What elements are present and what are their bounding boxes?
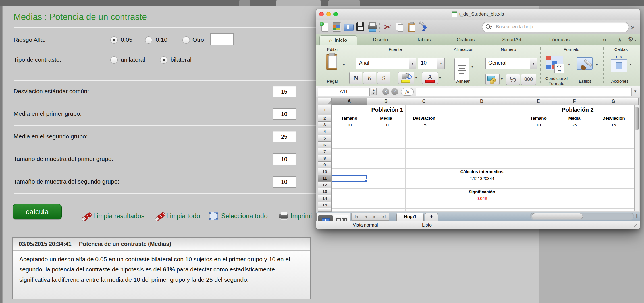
cell-A2[interactable]: Tamaño xyxy=(332,115,367,122)
row-header-12[interactable]: 12 xyxy=(318,182,332,188)
row-header-3[interactable]: 3 xyxy=(318,122,332,128)
col-header-B[interactable]: B xyxy=(367,98,405,105)
font-size-caret[interactable]: ▼ xyxy=(437,58,444,69)
cell-E3[interactable]: 10 xyxy=(521,122,556,128)
riesgo-radio-Otro[interactable] xyxy=(182,36,190,44)
name-box[interactable]: A11 xyxy=(318,88,370,96)
tipo-radio-bilateral[interactable] xyxy=(160,56,167,64)
gallery-icon[interactable] xyxy=(331,21,342,33)
col-header-A[interactable]: A xyxy=(332,98,367,105)
conditional-format-icon[interactable]: ≤≠⇒ xyxy=(546,56,566,74)
prev-sheet-icon[interactable]: ◀ xyxy=(365,215,367,219)
col-header-D[interactable]: D xyxy=(443,98,521,105)
action-link-0[interactable]: Limpia resultados xyxy=(93,212,144,220)
col-header-E[interactable]: E xyxy=(521,98,556,105)
print-icon[interactable] xyxy=(367,21,378,33)
vertical-scrollbar-thumb[interactable] xyxy=(635,107,639,130)
field-input-3[interactable] xyxy=(273,153,296,165)
font-name-caret[interactable]: ▼ xyxy=(409,58,416,69)
tab-gráficos[interactable]: Gráficos xyxy=(444,34,488,45)
accept-entry-icon[interactable]: ✓ xyxy=(391,88,398,95)
tab-smartart[interactable]: SmartArt xyxy=(488,34,536,45)
resize-grip[interactable] xyxy=(634,224,638,228)
ribbon-overflow-chevron[interactable]: » xyxy=(603,36,606,43)
cell-G2[interactable]: Desviación xyxy=(593,115,634,122)
row-header-15[interactable]: 15 xyxy=(318,202,332,209)
font-color-caret[interactable]: ▾ xyxy=(439,76,441,80)
cell-A1[interactable]: Población 1 xyxy=(332,105,443,115)
sheet-nav-arrows[interactable]: |◀ ◀ ▶ ▶| xyxy=(351,213,389,221)
col-header-G[interactable]: G xyxy=(593,98,634,105)
styles-icon[interactable] xyxy=(577,57,594,73)
bold-button[interactable]: N xyxy=(349,72,362,84)
tipo-radio-unilateral[interactable] xyxy=(110,56,118,64)
italic-button[interactable]: K xyxy=(363,72,376,84)
cell-E2[interactable]: Tamaño xyxy=(521,115,556,122)
sheet-tab-hoja1[interactable]: Hoja1 xyxy=(396,213,424,221)
percent-button[interactable]: % xyxy=(506,74,520,85)
search-input[interactable] xyxy=(495,23,622,31)
cell-D11[interactable]: 2,121320344 xyxy=(443,175,521,182)
ribbon-settings-gear-icon[interactable]: ⚙ ▾ xyxy=(628,36,636,43)
tab-tablas[interactable]: Tablas xyxy=(404,34,444,45)
row-header-10[interactable]: 10 xyxy=(318,168,332,175)
open-icon[interactable] xyxy=(343,21,354,33)
cell-E1[interactable]: Población 2 xyxy=(521,105,634,115)
last-sheet-icon[interactable]: ▶| xyxy=(383,215,386,219)
actions-icon[interactable]: ⟷ xyxy=(610,55,628,74)
action-link-1[interactable]: Limpia todo xyxy=(166,212,200,220)
cell-A3[interactable]: 10 xyxy=(332,122,367,128)
font-size-combo[interactable]: 10▼ xyxy=(418,58,445,69)
cut-icon[interactable]: ✂ xyxy=(382,21,393,33)
cancel-entry-icon[interactable]: ✕ xyxy=(382,88,389,95)
align-dropdown-caret[interactable]: ▾ xyxy=(471,65,473,69)
first-sheet-icon[interactable]: |◀ xyxy=(355,215,358,219)
cell-G3[interactable]: 15 xyxy=(593,122,634,128)
field-input-4[interactable] xyxy=(273,176,296,188)
otro-alfa-input[interactable] xyxy=(210,33,234,45)
next-sheet-icon[interactable]: ▶ xyxy=(374,215,376,219)
format-painter-icon[interactable] xyxy=(418,21,429,33)
conditional-format-caret[interactable]: ▾ xyxy=(568,62,570,66)
title-bar[interactable]: t_de_Student_bis.xls xyxy=(316,9,640,20)
grid-corner[interactable] xyxy=(318,98,332,105)
cell-C2[interactable]: Desviación xyxy=(405,115,443,122)
paste-icon[interactable] xyxy=(406,21,417,33)
action-link-3[interactable]: Imprimi xyxy=(290,212,312,220)
scrollbar-grip[interactable]: ‖ xyxy=(635,213,639,220)
tab-fórmulas[interactable]: Fórmulas xyxy=(536,34,583,45)
riesgo-radio-0.05[interactable] xyxy=(110,36,118,44)
action-link-2[interactable]: Selecciona todo xyxy=(221,212,268,220)
riesgo-radio-0.10[interactable] xyxy=(145,36,152,44)
row-header-1[interactable]: 1 xyxy=(318,105,332,115)
cell-B2[interactable]: Media xyxy=(367,115,405,122)
row-header-5[interactable]: 5 xyxy=(318,135,332,142)
field-input-2[interactable] xyxy=(273,131,296,142)
row-header-6[interactable]: 6 xyxy=(318,142,332,148)
number-format-caret[interactable]: ▼ xyxy=(530,58,537,69)
field-input-0[interactable] xyxy=(273,86,296,97)
align-button[interactable] xyxy=(454,58,469,81)
row-header-8[interactable]: 8 xyxy=(318,155,332,162)
cell-D13[interactable]: Significación xyxy=(443,188,521,195)
paste-button[interactable] xyxy=(324,54,341,78)
currency-button[interactable] xyxy=(485,74,500,85)
horizontal-scrollbar-thumb[interactable] xyxy=(532,213,583,219)
fill-color-button[interactable] xyxy=(398,72,414,84)
cell-C3[interactable]: 15 xyxy=(405,122,443,128)
search-dropdown-caret[interactable]: ▾ xyxy=(490,25,492,29)
spreadsheet-grid[interactable]: ABCDEFG=123456789101112131415Población 1… xyxy=(316,97,640,212)
fill-color-caret[interactable]: ▾ xyxy=(415,76,417,80)
toolbar-overflow-chevron[interactable]: » xyxy=(631,23,634,31)
cell-F3[interactable]: 25 xyxy=(556,122,593,128)
row-header-14[interactable]: 14 xyxy=(318,195,332,202)
row-header-2[interactable]: 2 xyxy=(318,115,332,122)
selection-fill-handle[interactable] xyxy=(365,179,367,182)
actions-caret[interactable]: ▾ xyxy=(630,62,631,66)
split-box[interactable]: = xyxy=(634,98,639,105)
row-header-partial[interactable] xyxy=(318,208,332,212)
row-header-11[interactable]: 11 xyxy=(318,175,332,182)
cell-F2[interactable]: Media xyxy=(556,115,593,122)
thousands-button[interactable]: 000 xyxy=(521,74,536,85)
field-input-1[interactable] xyxy=(273,108,296,120)
